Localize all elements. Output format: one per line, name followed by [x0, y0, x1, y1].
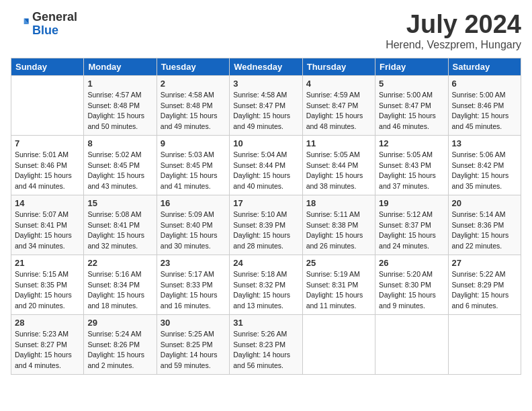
day-number: 1 — [87, 79, 152, 89]
cell-line: Sunset: 8:48 PM — [87, 101, 140, 109]
day-number: 21 — [15, 258, 80, 268]
cell-line: Sunset: 8:41 PM — [15, 221, 67, 229]
cell-line: Sunset: 8:31 PM — [306, 281, 359, 289]
day-number: 25 — [306, 258, 371, 268]
cell-line: and 50 minutes. — [87, 122, 138, 130]
day-number: 26 — [379, 258, 444, 268]
cell-line: Sunset: 8:40 PM — [161, 221, 213, 229]
cell-line: Sunrise: 5:25 AM — [161, 330, 214, 338]
cell-line: Sunset: 8:46 PM — [15, 161, 67, 169]
cell-line: Sunset: 8:23 PM — [233, 340, 285, 349]
cell-line: Daylight: 15 hours — [161, 171, 218, 179]
cell-content: Sunrise: 5:26 AMSunset: 8:23 PMDaylight:… — [233, 329, 298, 371]
cell-line: Daylight: 15 hours — [233, 231, 290, 239]
day-number: 7 — [15, 138, 80, 148]
day-number: 14 — [15, 198, 80, 208]
header: General Blue July 2024 Herend, Veszprem,… — [11, 11, 521, 51]
cell-line: Sunrise: 5:07 AM — [15, 210, 69, 218]
month-title: July 2024 — [386, 11, 521, 39]
cell-line: Daylight: 15 hours — [452, 171, 509, 179]
cell-line: and 20 minutes. — [15, 302, 65, 310]
cell-line: Sunset: 8:30 PM — [379, 281, 431, 289]
calendar-cell: 26Sunrise: 5:20 AMSunset: 8:30 PMDayligh… — [375, 255, 448, 314]
cell-content: Sunrise: 5:16 AMSunset: 8:34 PMDaylight:… — [87, 269, 152, 312]
week-row-2: 7Sunrise: 5:01 AMSunset: 8:46 PMDaylight… — [11, 135, 521, 195]
cell-line: and 34 minutes. — [15, 242, 65, 250]
cell-content: Sunrise: 5:00 AMSunset: 8:46 PMDaylight:… — [452, 90, 517, 132]
cell-content: Sunrise: 5:03 AMSunset: 8:45 PMDaylight:… — [161, 150, 226, 192]
cell-line: Sunrise: 4:59 AM — [306, 91, 360, 99]
calendar-cell: 21Sunrise: 5:15 AMSunset: 8:35 PMDayligh… — [11, 255, 84, 314]
cell-line: Sunrise: 5:05 AM — [379, 150, 433, 158]
cell-line: Sunrise: 5:19 AM — [306, 270, 360, 278]
day-number: 29 — [87, 318, 152, 328]
cell-line: and 37 minutes. — [379, 182, 429, 190]
calendar-header-row: SundayMondayTuesdayWednesdayThursdayFrid… — [11, 58, 521, 75]
cell-line: Daylight: 14 hours — [161, 351, 218, 359]
cell-line: Sunrise: 5:22 AM — [452, 270, 506, 278]
cell-line: and 35 minutes. — [452, 182, 502, 190]
cell-line: Daylight: 15 hours — [87, 231, 144, 239]
day-number: 6 — [452, 79, 517, 89]
cell-line: Sunset: 8:44 PM — [233, 161, 285, 169]
day-number: 13 — [452, 138, 517, 148]
calendar-table: SundayMondayTuesdayWednesdayThursdayFrid… — [11, 58, 521, 375]
week-row-3: 14Sunrise: 5:07 AMSunset: 8:41 PMDayligh… — [11, 195, 521, 255]
day-number: 23 — [161, 258, 226, 268]
cell-content: Sunrise: 5:15 AMSunset: 8:35 PMDaylight:… — [15, 269, 80, 312]
week-row-4: 21Sunrise: 5:15 AMSunset: 8:35 PMDayligh… — [11, 255, 521, 314]
calendar-cell: 11Sunrise: 5:05 AMSunset: 8:44 PMDayligh… — [302, 135, 375, 195]
day-number: 2 — [161, 79, 226, 89]
day-number: 9 — [161, 138, 226, 148]
cell-line: Sunset: 8:25 PM — [161, 340, 213, 349]
cell-content: Sunrise: 4:59 AMSunset: 8:47 PMDaylight:… — [306, 90, 371, 132]
cell-content: Sunrise: 5:14 AMSunset: 8:36 PMDaylight:… — [452, 210, 517, 252]
cell-line: Sunrise: 5:10 AM — [233, 210, 287, 218]
cell-line: Daylight: 15 hours — [161, 231, 218, 239]
day-number: 22 — [87, 258, 152, 268]
week-row-5: 28Sunrise: 5:23 AMSunset: 8:27 PMDayligh… — [11, 314, 521, 374]
cell-line: Sunset: 8:32 PM — [233, 281, 285, 289]
cell-content: Sunrise: 5:20 AMSunset: 8:30 PMDaylight:… — [379, 269, 444, 312]
day-number: 30 — [161, 318, 226, 328]
calendar-cell: 14Sunrise: 5:07 AMSunset: 8:41 PMDayligh… — [11, 195, 84, 255]
cell-line: Sunrise: 5:02 AM — [87, 150, 141, 158]
calendar-cell: 2Sunrise: 4:58 AMSunset: 8:48 PMDaylight… — [157, 75, 229, 135]
calendar-cell: 25Sunrise: 5:19 AMSunset: 8:31 PMDayligh… — [302, 255, 375, 314]
day-header-wednesday: Wednesday — [230, 58, 302, 75]
cell-line: and 40 minutes. — [233, 182, 283, 190]
cell-line: Sunrise: 4:58 AM — [233, 91, 287, 99]
cell-line: Sunset: 8:48 PM — [161, 101, 213, 109]
cell-line: and 32 minutes. — [87, 242, 138, 250]
cell-line: Daylight: 15 hours — [452, 111, 509, 120]
cell-line: Daylight: 15 hours — [306, 111, 363, 120]
day-number: 15 — [87, 198, 152, 208]
day-number: 12 — [379, 138, 444, 148]
cell-line: Sunrise: 5:04 AM — [233, 150, 287, 158]
cell-content: Sunrise: 4:57 AMSunset: 8:48 PMDaylight:… — [87, 90, 152, 132]
cell-content: Sunrise: 5:08 AMSunset: 8:41 PMDaylight:… — [87, 210, 152, 252]
cell-line: Sunrise: 5:03 AM — [161, 150, 214, 158]
cell-line: and 24 minutes. — [379, 242, 429, 250]
cell-line: and 48 minutes. — [306, 122, 357, 130]
day-number: 16 — [161, 198, 226, 208]
cell-line: Daylight: 15 hours — [306, 231, 363, 239]
cell-line: Sunrise: 5:15 AM — [15, 270, 69, 278]
cell-line: and 16 minutes. — [161, 302, 211, 310]
calendar-cell: 31Sunrise: 5:26 AMSunset: 8:23 PMDayligh… — [230, 314, 302, 374]
calendar-cell: 3Sunrise: 4:58 AMSunset: 8:47 PMDaylight… — [230, 75, 302, 135]
logo-text: General Blue — [32, 11, 77, 38]
cell-line: and 13 minutes. — [233, 302, 283, 310]
cell-line: Daylight: 15 hours — [15, 351, 72, 359]
cell-content: Sunrise: 5:12 AMSunset: 8:37 PMDaylight:… — [379, 210, 444, 252]
day-number: 20 — [452, 198, 517, 208]
cell-line: Daylight: 15 hours — [15, 231, 72, 239]
cell-line: Daylight: 15 hours — [15, 171, 72, 179]
day-header-friday: Friday — [375, 58, 448, 75]
cell-line: Sunset: 8:44 PM — [306, 161, 359, 169]
cell-line: Sunrise: 5:16 AM — [87, 270, 141, 278]
day-header-tuesday: Tuesday — [157, 58, 229, 75]
cell-line: and 6 minutes. — [452, 302, 498, 310]
calendar-cell: 17Sunrise: 5:10 AMSunset: 8:39 PMDayligh… — [230, 195, 302, 255]
cell-line: Daylight: 15 hours — [161, 111, 218, 120]
